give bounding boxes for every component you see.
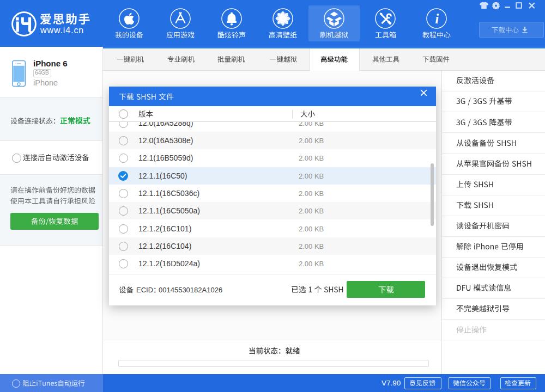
svg-text:i: i [435, 11, 439, 26]
